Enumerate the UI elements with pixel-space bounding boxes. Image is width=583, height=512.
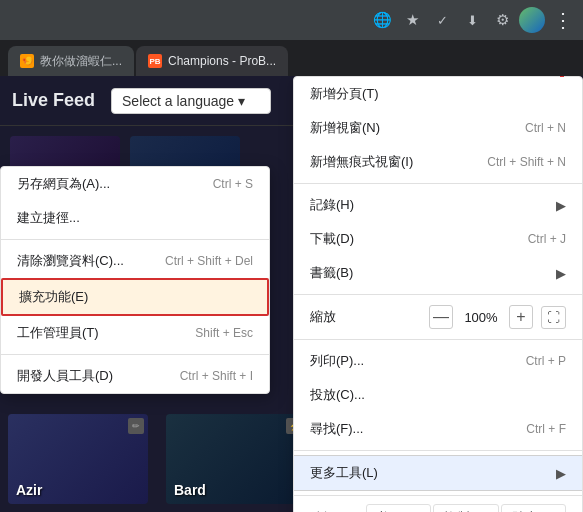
menu-incognito-label: 新增無痕式視窗(I) xyxy=(310,153,413,171)
menu-downloads-shortcut: Ctrl + J xyxy=(528,232,566,246)
menu-create-shortcut-label: 建立捷徑... xyxy=(17,209,80,227)
menu-print[interactable]: 列印(P)... Ctrl + P xyxy=(294,344,582,378)
azir-edit-icon[interactable]: ✏ xyxy=(128,418,144,434)
check-icon[interactable]: ✓ xyxy=(429,7,455,33)
menu-task-manager-shortcut: Shift + Esc xyxy=(195,326,253,340)
context-sep-3 xyxy=(294,339,582,340)
menu-task-manager[interactable]: 工作管理員(T) Shift + Esc xyxy=(1,316,269,350)
tab-label-champions: Champions - ProB... xyxy=(168,54,276,68)
menu-find-shortcut: Ctrl + F xyxy=(526,422,566,436)
download-icon[interactable]: ⬇ xyxy=(459,7,485,33)
left-menu-separator-1 xyxy=(1,239,269,240)
tab-bar: 🍤 教你做溜蝦仁... PB Champions - ProB... xyxy=(0,40,583,76)
menu-save-page-shortcut: Ctrl + S xyxy=(213,177,253,191)
menu-save-page[interactable]: 另存網頁為(A)... Ctrl + S xyxy=(1,167,269,201)
bottom-card-azir: Azir ✏ xyxy=(8,414,148,504)
menu-extensions[interactable]: 擴充功能(E) xyxy=(1,278,269,316)
menu-zoom-row: 縮放 — 100% + ⛶ xyxy=(294,299,582,335)
red-arrow-svg xyxy=(512,76,572,82)
context-sep-4 xyxy=(294,450,582,451)
menu-downloads-label: 下載(D) xyxy=(310,230,354,248)
menu-find[interactable]: 尋找(F)... Ctrl + F xyxy=(294,412,582,446)
menu-downloads[interactable]: 下載(D) Ctrl + J xyxy=(294,222,582,256)
menu-more-tools-label: 更多工具(L) xyxy=(310,464,378,482)
context-sep-1 xyxy=(294,183,582,184)
paste-button[interactable]: 貼上(P) xyxy=(501,504,566,512)
left-context-menu: 另存網頁為(A)... Ctrl + S 建立捷徑... 清除瀏覽資料(C)..… xyxy=(0,166,270,394)
menu-extensions-label: 擴充功能(E) xyxy=(19,288,88,306)
menu-incognito-shortcut: Ctrl + Shift + N xyxy=(487,155,566,169)
menu-new-tab[interactable]: 新增分頁(T) xyxy=(294,77,582,111)
zoom-percent: 100% xyxy=(461,310,501,325)
context-sep-2 xyxy=(294,294,582,295)
menu-more-tools[interactable]: 更多工具(L) ▶ xyxy=(294,455,582,491)
tab-shrimp[interactable]: 🍤 教你做溜蝦仁... xyxy=(8,46,134,76)
chrome-toolbar: 🌐 ★ ✓ ⬇ ⚙ ⋮ xyxy=(0,0,583,40)
main-context-menu: 新增分頁(T) 新增視窗(N) Ctrl + N 新增無痕式視窗(I) Ctrl… xyxy=(293,76,583,512)
menu-history[interactable]: 記錄(H) ▶ xyxy=(294,188,582,222)
zoom-minus-button[interactable]: — xyxy=(429,305,453,329)
three-dot-menu-icon[interactable]: ⋮ xyxy=(549,7,575,33)
language-select-label: Select a language ▾ xyxy=(122,93,245,109)
cut-button[interactable]: 剪下(T) xyxy=(366,504,431,512)
context-sep-5 xyxy=(294,495,582,496)
menu-task-manager-label: 工作管理員(T) xyxy=(17,324,99,342)
history-arrow-icon: ▶ xyxy=(556,198,566,213)
bard-label: Bard xyxy=(174,482,206,498)
menu-save-page-label: 另存網頁為(A)... xyxy=(17,175,110,193)
menu-bookmarks[interactable]: 書籤(B) ▶ xyxy=(294,256,582,290)
zoom-label: 縮放 xyxy=(310,308,421,326)
copy-button[interactable]: 複製(C) xyxy=(433,504,499,512)
left-menu-separator-2 xyxy=(1,354,269,355)
menu-bookmarks-label: 書籤(B) xyxy=(310,264,353,282)
menu-edit-row: 編輯 剪下(T) 複製(C) 貼上(P) xyxy=(294,500,582,512)
bottom-cards-row: Azir ✏ Bard ⚡ xyxy=(0,406,314,512)
menu-cast-label: 投放(C)... xyxy=(310,386,365,404)
menu-incognito[interactable]: 新增無痕式視窗(I) Ctrl + Shift + N xyxy=(294,145,582,179)
tab-favicon-shrimp: 🍤 xyxy=(20,54,34,68)
menu-new-window-label: 新增視窗(N) xyxy=(310,119,380,137)
language-select[interactable]: Select a language ▾ xyxy=(111,88,271,114)
settings-icon[interactable]: ⚙ xyxy=(489,7,515,33)
menu-clear-data[interactable]: 清除瀏覽資料(C)... Ctrl + Shift + Del xyxy=(1,244,269,278)
live-feed-title: Live Feed xyxy=(12,90,95,111)
tab-champions[interactable]: PB Champions - ProB... xyxy=(136,46,288,76)
menu-print-shortcut: Ctrl + P xyxy=(526,354,566,368)
menu-history-label: 記錄(H) xyxy=(310,196,354,214)
bookmarks-arrow-icon: ▶ xyxy=(556,266,566,281)
menu-create-shortcut[interactable]: 建立捷徑... xyxy=(1,201,269,235)
more-tools-arrow-icon: ▶ xyxy=(556,466,566,481)
translate-icon[interactable]: 🌐 xyxy=(369,7,395,33)
menu-devtools-shortcut: Ctrl + Shift + I xyxy=(180,369,253,383)
menu-find-label: 尋找(F)... xyxy=(310,420,363,438)
tab-label-shrimp: 教你做溜蝦仁... xyxy=(40,53,122,70)
menu-new-window[interactable]: 新增視窗(N) Ctrl + N xyxy=(294,111,582,145)
bookmark-star-icon[interactable]: ★ xyxy=(399,7,425,33)
azir-label: Azir xyxy=(16,482,42,498)
menu-devtools[interactable]: 開發人員工具(D) Ctrl + Shift + I xyxy=(1,359,269,393)
profile-avatar[interactable] xyxy=(519,7,545,33)
menu-clear-data-label: 清除瀏覽資料(C)... xyxy=(17,252,124,270)
tab-favicon-champions: PB xyxy=(148,54,162,68)
zoom-expand-button[interactable]: ⛶ xyxy=(541,306,566,329)
menu-new-tab-label: 新增分頁(T) xyxy=(310,85,379,103)
menu-clear-data-shortcut: Ctrl + Shift + Del xyxy=(165,254,253,268)
edit-button-group: 剪下(T) 複製(C) 貼上(P) xyxy=(366,504,566,512)
zoom-plus-button[interactable]: + xyxy=(509,305,533,329)
menu-devtools-label: 開發人員工具(D) xyxy=(17,367,113,385)
menu-new-window-shortcut: Ctrl + N xyxy=(525,121,566,135)
menu-cast[interactable]: 投放(C)... xyxy=(294,378,582,412)
page-content: Live Feed Select a language ▾ Azir ✏ Bar… xyxy=(0,76,583,512)
menu-print-label: 列印(P)... xyxy=(310,352,364,370)
bottom-card-bard: Bard ⚡ xyxy=(166,414,306,504)
